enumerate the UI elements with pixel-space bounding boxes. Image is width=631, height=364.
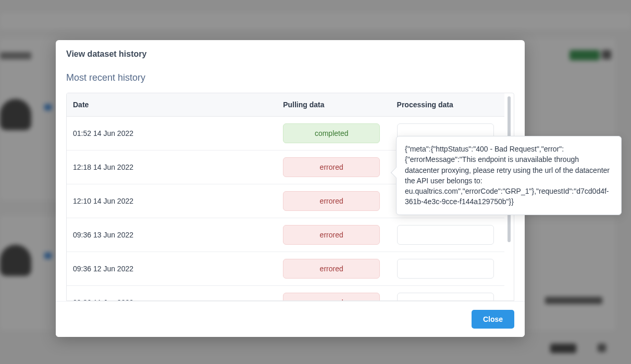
col-header-date: Date bbox=[67, 93, 277, 117]
cell-date: 09:36 12 Jun 2022 bbox=[67, 252, 277, 286]
status-badge[interactable]: errored bbox=[283, 293, 380, 301]
status-badge[interactable]: completed bbox=[283, 123, 380, 143]
section-title: Most recent history bbox=[66, 72, 514, 83]
cell-pulling: errored bbox=[277, 184, 390, 218]
status-label: errored bbox=[320, 265, 343, 273]
cell-pulling: errored bbox=[277, 286, 390, 302]
status-badge[interactable]: errored bbox=[283, 191, 380, 211]
table-row: 09:36 11 Jun 2022 errored bbox=[67, 286, 504, 302]
cell-date: 12:18 14 Jun 2022 bbox=[67, 150, 277, 184]
cell-date: 01:52 14 Jun 2022 bbox=[67, 117, 277, 150]
status-label: errored bbox=[320, 298, 343, 301]
status-badge[interactable] bbox=[397, 225, 494, 245]
modal-header: View dataset history bbox=[56, 40, 525, 68]
status-label: completed bbox=[315, 129, 349, 137]
cell-pulling: errored bbox=[277, 150, 390, 184]
col-header-pulling: Pulling data bbox=[277, 93, 390, 117]
cell-date: 09:36 13 Jun 2022 bbox=[67, 218, 277, 252]
cell-date: 12:10 14 Jun 2022 bbox=[67, 184, 277, 218]
status-badge[interactable] bbox=[397, 293, 494, 301]
status-badge[interactable] bbox=[397, 259, 494, 279]
close-button[interactable]: Close bbox=[472, 310, 514, 329]
cell-processing bbox=[391, 218, 504, 252]
status-label: errored bbox=[320, 231, 343, 239]
table-row: 09:36 12 Jun 2022 errored bbox=[67, 252, 504, 286]
modal-footer: Close bbox=[56, 301, 525, 337]
error-tooltip: {"meta":{"httpStatus":"400 - Bad Request… bbox=[396, 136, 622, 215]
cell-pulling: errored bbox=[277, 218, 390, 252]
cell-date: 09:36 11 Jun 2022 bbox=[67, 286, 277, 302]
table-row: 09:36 13 Jun 2022 errored bbox=[67, 218, 504, 252]
cell-pulling: errored bbox=[277, 252, 390, 286]
col-header-processing: Processing data bbox=[391, 93, 504, 117]
status-badge[interactable]: errored bbox=[283, 157, 380, 177]
status-badge[interactable]: errored bbox=[283, 259, 380, 279]
tooltip-text: {"meta":{"httpStatus":"400 - Bad Request… bbox=[405, 145, 610, 206]
modal-title: View dataset history bbox=[66, 49, 514, 59]
status-badge[interactable]: errored bbox=[283, 225, 380, 245]
cell-pulling: completed bbox=[277, 117, 390, 150]
cell-processing bbox=[391, 286, 504, 302]
status-label: errored bbox=[320, 163, 343, 171]
cell-processing bbox=[391, 252, 504, 286]
status-label: errored bbox=[320, 197, 343, 205]
table-header-row: Date Pulling data Processing data bbox=[67, 93, 504, 117]
